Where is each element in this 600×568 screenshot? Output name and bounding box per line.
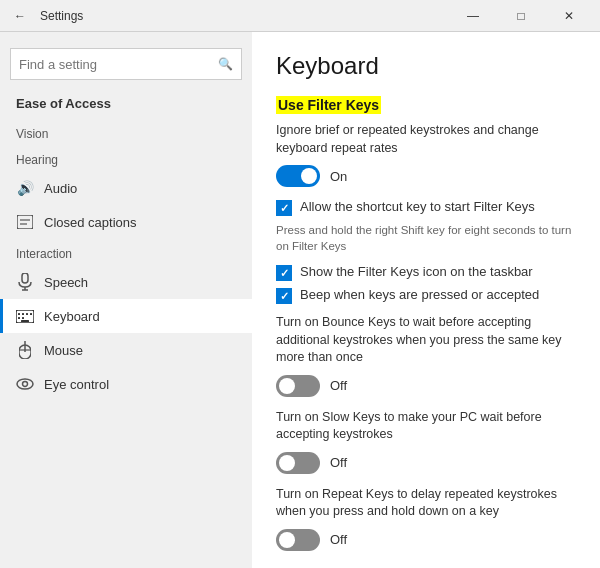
beep-label: Beep when keys are pressed or accepted — [300, 287, 539, 304]
repeat-keys-toggle-label: Off — [330, 532, 347, 547]
beep-row: Beep when keys are pressed or accepted — [276, 287, 576, 304]
slow-toggle-knob — [279, 455, 295, 471]
taskbar-icon-checkbox[interactable] — [276, 265, 292, 281]
shortcut-key-row: Allow the shortcut key to start Filter K… — [276, 199, 576, 216]
shortcut-key-description: Press and hold the right Shift key for e… — [276, 222, 576, 254]
search-icon: 🔍 — [218, 57, 233, 71]
repeat-toggle-knob — [279, 532, 295, 548]
search-box[interactable]: 🔍 — [10, 48, 242, 80]
svg-point-18 — [17, 379, 33, 389]
beep-checkbox[interactable] — [276, 288, 292, 304]
sidebar-item-label-eye-control: Eye control — [44, 377, 109, 392]
sidebar-section-label: Ease of Access — [0, 92, 252, 119]
back-button[interactable]: ← — [8, 4, 32, 28]
svg-rect-7 — [18, 313, 20, 315]
captions-icon — [16, 213, 34, 231]
slow-keys-description: Turn on Slow Keys to make your PC wait b… — [276, 409, 576, 444]
content-area: Keyboard Use Filter Keys Ignore brief or… — [252, 32, 600, 568]
bounce-keys-toggle-label: Off — [330, 378, 347, 393]
filter-keys-header: Use Filter Keys — [276, 96, 381, 114]
bounce-keys-toggle-row: Off — [276, 375, 576, 397]
keyboard-icon — [16, 307, 34, 325]
sidebar: 🔍 Ease of Access Vision Hearing 🔊 Audio … — [0, 32, 252, 568]
repeat-keys-toggle[interactable] — [276, 529, 320, 551]
search-input[interactable] — [19, 57, 218, 72]
sidebar-item-speech[interactable]: Speech — [0, 265, 252, 299]
title-bar-left: ← Settings — [8, 4, 450, 28]
toggle-knob — [301, 168, 317, 184]
sidebar-item-mouse[interactable]: Mouse — [0, 333, 252, 367]
sidebar-item-keyboard[interactable]: Keyboard — [0, 299, 252, 333]
maximize-button[interactable]: □ — [498, 0, 544, 32]
sidebar-item-eye-control[interactable]: Eye control — [0, 367, 252, 401]
sidebar-item-label-mouse: Mouse — [44, 343, 83, 358]
sidebar-item-label-speech: Speech — [44, 275, 88, 290]
svg-rect-11 — [18, 317, 20, 319]
shortcut-key-checkbox[interactable] — [276, 200, 292, 216]
speech-icon — [16, 273, 34, 291]
svg-rect-8 — [22, 313, 24, 315]
svg-rect-3 — [22, 273, 28, 283]
sidebar-item-label-keyboard: Keyboard — [44, 309, 100, 324]
svg-rect-12 — [22, 317, 24, 319]
filter-keys-description: Ignore brief or repeated keystrokes and … — [276, 122, 576, 157]
filter-keys-toggle-row: On — [276, 165, 576, 187]
repeat-keys-description: Turn on Repeat Keys to delay repeated ke… — [276, 486, 576, 521]
sidebar-item-label-captions: Closed captions — [44, 215, 137, 230]
svg-rect-13 — [21, 320, 29, 322]
minimize-button[interactable]: — — [450, 0, 496, 32]
sidebar-item-label-audio: Audio — [44, 181, 77, 196]
bounce-keys-description: Turn on Bounce Keys to wait before accep… — [276, 314, 576, 367]
taskbar-icon-label: Show the Filter Keys icon on the taskbar — [300, 264, 533, 281]
maximize-icon: □ — [517, 9, 524, 23]
sidebar-item-audio[interactable]: 🔊 Audio — [0, 171, 252, 205]
slow-keys-toggle-label: Off — [330, 455, 347, 470]
sidebar-item-closed-captions[interactable]: Closed captions — [0, 205, 252, 239]
eye-control-icon — [16, 375, 34, 393]
title-bar: ← Settings — □ ✕ — [0, 0, 600, 32]
title-bar-controls: — □ ✕ — [450, 0, 592, 32]
minimize-icon: — — [467, 9, 479, 23]
page-title: Keyboard — [276, 52, 576, 80]
repeat-keys-toggle-row: Off — [276, 529, 576, 551]
back-icon: ← — [14, 9, 26, 23]
shortcut-key-label: Allow the shortcut key to start Filter K… — [300, 199, 535, 216]
svg-rect-10 — [30, 313, 32, 315]
close-icon: ✕ — [564, 9, 574, 23]
slow-keys-toggle[interactable] — [276, 452, 320, 474]
taskbar-icon-row: Show the Filter Keys icon on the taskbar — [276, 264, 576, 281]
svg-point-19 — [23, 382, 28, 387]
mouse-icon — [16, 341, 34, 359]
filter-keys-toggle[interactable] — [276, 165, 320, 187]
bounce-toggle-knob — [279, 378, 295, 394]
svg-rect-9 — [26, 313, 28, 315]
bounce-keys-toggle[interactable] — [276, 375, 320, 397]
slow-keys-toggle-row: Off — [276, 452, 576, 474]
audio-icon: 🔊 — [16, 179, 34, 197]
sidebar-category-vision: Vision — [0, 119, 252, 145]
sidebar-category-hearing: Hearing — [0, 145, 252, 171]
sidebar-category-interaction: Interaction — [0, 239, 252, 265]
close-button[interactable]: ✕ — [546, 0, 592, 32]
svg-rect-0 — [17, 215, 33, 229]
main-layout: 🔍 Ease of Access Vision Hearing 🔊 Audio … — [0, 32, 600, 568]
toggle-on-label: On — [330, 169, 347, 184]
title-bar-title: Settings — [40, 9, 83, 23]
